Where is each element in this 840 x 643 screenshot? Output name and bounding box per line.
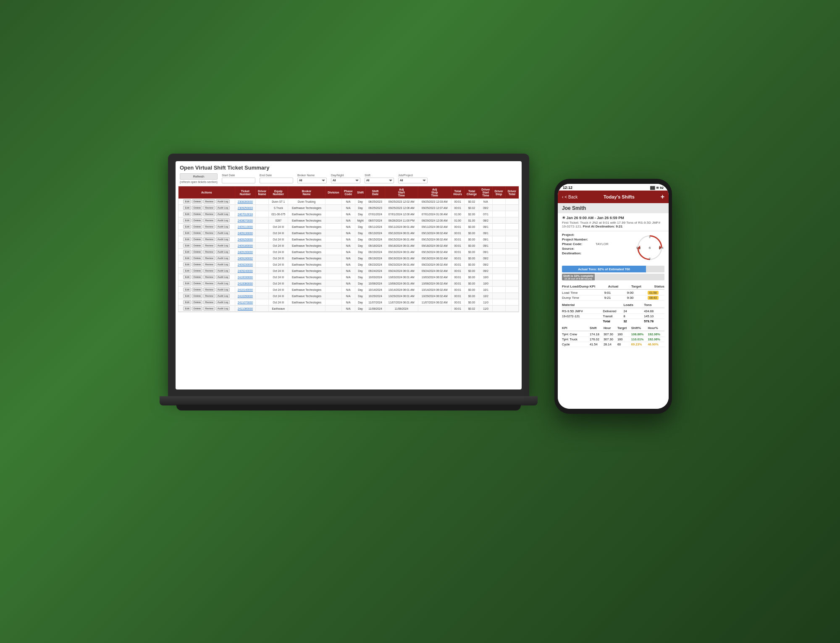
cell-ticket[interactable]: 2409130000 (235, 230, 255, 236)
action-btn-review[interactable]: Review (203, 231, 215, 235)
action-btn-audit-log[interactable]: Audit Log (216, 218, 230, 222)
cell-ticket[interactable]: 2409190002 (235, 255, 255, 261)
action-btn-delete[interactable]: Delete (192, 256, 202, 260)
action-btn-edit[interactable]: Edit (183, 243, 191, 248)
action-btn-edit[interactable]: Edit (183, 237, 191, 241)
action-btn-delete[interactable]: Delete (192, 218, 202, 222)
start-date-input[interactable] (222, 178, 255, 183)
job-project-select[interactable]: All (398, 178, 428, 183)
action-btn-review[interactable]: Review (203, 281, 215, 285)
action-btn-audit-log[interactable]: Audit Log (216, 269, 230, 273)
action-btn-audit-log[interactable]: Audit Log (216, 281, 230, 285)
action-btn-edit[interactable]: Edit (183, 231, 191, 235)
action-btn-review[interactable]: Review (203, 256, 215, 260)
action-btn-edit[interactable]: Edit (183, 218, 191, 222)
cell-ticket[interactable]: 2411080000 (235, 306, 255, 312)
action-btn-audit-log[interactable]: Audit Log (216, 212, 230, 216)
action-btn-audit-log[interactable]: Audit Log (216, 237, 230, 241)
action-btn-edit[interactable]: Edit (183, 306, 191, 311)
action-btn-review[interactable]: Review (203, 225, 215, 229)
action-btn-review[interactable]: Review (203, 218, 215, 222)
action-btn-review[interactable]: Review (203, 275, 215, 279)
action-btn-edit[interactable]: Edit (183, 269, 191, 273)
action-btn-audit-log[interactable]: Audit Log (216, 231, 230, 235)
action-btn-delete[interactable]: Delete (192, 288, 202, 292)
action-btn-audit-log[interactable]: Audit Log (216, 250, 230, 254)
action-btn-review[interactable]: Review (203, 262, 215, 267)
cell-ticket[interactable]: 2408070000 (235, 217, 255, 224)
cell-ticket[interactable]: 2410030000 (235, 274, 255, 280)
cell-ticket[interactable]: 2308280000 (235, 199, 255, 205)
action-btn-review[interactable]: Review (203, 288, 215, 292)
action-btn-delete[interactable]: Delete (192, 262, 202, 267)
action-btn-delete[interactable]: Delete (192, 294, 202, 298)
action-btn-delete[interactable]: Delete (192, 300, 202, 304)
action-btn-delete[interactable]: Delete (192, 225, 202, 229)
action-btn-review[interactable]: Review (203, 243, 215, 248)
action-btn-delete[interactable]: Delete (192, 281, 202, 285)
action-btn-audit-log[interactable]: Audit Log (216, 306, 230, 311)
action-btn-edit[interactable]: Edit (183, 262, 191, 267)
action-btn-review[interactable]: Review (203, 212, 215, 216)
cell-ticket[interactable]: 2409150000 (235, 236, 255, 243)
cell-ticket[interactable]: 2409230000 (235, 261, 255, 268)
action-btn-edit[interactable]: Edit (183, 250, 191, 254)
cell-ticket[interactable]: 2409190000 (235, 249, 255, 255)
action-btn-audit-log[interactable]: Audit Log (216, 225, 230, 229)
action-btn-review[interactable]: Review (203, 300, 215, 304)
action-btn-edit[interactable]: Edit (183, 300, 191, 304)
action-btn-delete[interactable]: Delete (192, 237, 202, 241)
action-btn-edit[interactable]: Edit (183, 288, 191, 292)
cell-ticket[interactable]: 2309250003 (235, 205, 255, 211)
action-btn-edit[interactable]: Edit (183, 275, 191, 279)
action-btn-edit[interactable]: Edit (183, 256, 191, 260)
cell-ticket[interactable]: 2407010018 (235, 211, 255, 217)
action-btn-edit[interactable]: Edit (183, 294, 191, 298)
action-btn-delete[interactable]: Delete (192, 275, 202, 279)
cell-ticket[interactable]: 2409110000 (235, 224, 255, 230)
action-btn-delete[interactable]: Delete (192, 243, 202, 248)
shift-select[interactable]: All (365, 178, 394, 183)
cell-ticket[interactable]: 2410290000 (235, 293, 255, 299)
action-btn-review[interactable]: Review (203, 206, 215, 210)
end-date-input[interactable] (260, 178, 293, 183)
action-btn-delete[interactable]: Delete (192, 306, 202, 311)
cell-ticket[interactable]: 2410140000 (235, 287, 255, 293)
action-btn-audit-log[interactable]: Audit Log (216, 294, 230, 298)
action-btn-audit-log[interactable]: Audit Log (216, 199, 230, 204)
action-btn-delete[interactable]: Delete (192, 231, 202, 235)
action-btn-delete[interactable]: Delete (192, 206, 202, 210)
refresh-button[interactable]: Refresh (180, 173, 218, 180)
action-btn-review[interactable]: Review (203, 306, 215, 311)
action-btn-audit-log[interactable]: Audit Log (216, 243, 230, 248)
action-btn-review[interactable]: Review (203, 237, 215, 241)
action-btn-audit-log[interactable]: Audit Log (216, 300, 230, 304)
cell-ticket[interactable]: 2410080000 (235, 280, 255, 287)
action-btn-edit[interactable]: Edit (183, 199, 191, 204)
action-btn-edit[interactable]: Edit (183, 281, 191, 285)
action-btn-review[interactable]: Review (203, 199, 215, 204)
action-btn-audit-log[interactable]: Audit Log (216, 288, 230, 292)
action-btn-audit-log[interactable]: Audit Log (216, 275, 230, 279)
day-night-select[interactable]: All (331, 178, 360, 183)
action-btn-audit-log[interactable]: Audit Log (216, 262, 230, 267)
action-btn-edit[interactable]: Edit (183, 225, 191, 229)
cell-ticket[interactable]: 2411070000 (235, 299, 255, 306)
add-shift-button[interactable]: + (661, 193, 664, 201)
action-btn-delete[interactable]: Delete (192, 212, 202, 216)
back-button[interactable]: ‹ < Back (562, 195, 578, 199)
cell-drv-total (505, 293, 518, 299)
action-btn-delete[interactable]: Delete (192, 199, 202, 204)
action-btn-delete[interactable]: Delete (192, 269, 202, 273)
action-btn-audit-log[interactable]: Audit Log (216, 206, 230, 210)
cell-ticket[interactable]: 2409180000 (235, 243, 255, 249)
cell-ticket[interactable]: 2409240000 (235, 268, 255, 274)
action-btn-edit[interactable]: Edit (183, 212, 191, 216)
action-btn-review[interactable]: Review (203, 294, 215, 298)
broker-name-select[interactable]: All (297, 178, 327, 183)
action-btn-review[interactable]: Review (203, 250, 215, 254)
action-btn-audit-log[interactable]: Audit Log (216, 256, 230, 260)
action-btn-review[interactable]: Review (203, 269, 215, 273)
action-btn-delete[interactable]: Delete (192, 250, 202, 254)
action-btn-edit[interactable]: Edit (183, 206, 191, 210)
